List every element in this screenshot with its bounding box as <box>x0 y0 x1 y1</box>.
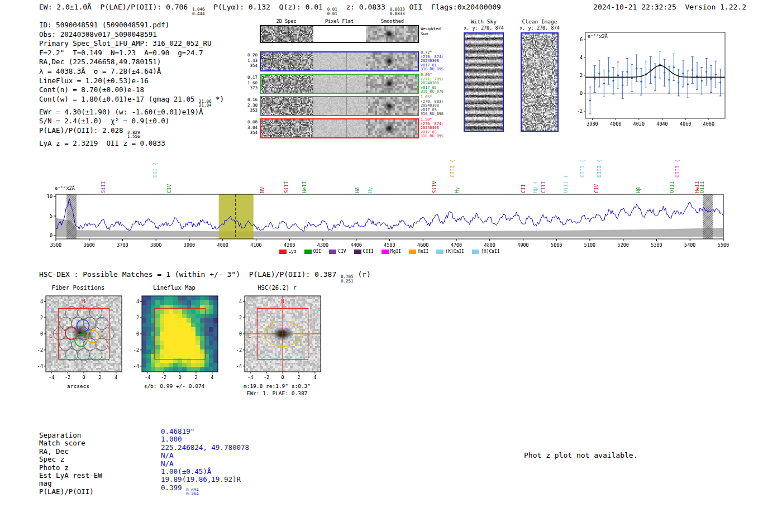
legend-item: MgII <box>382 249 401 254</box>
legend-label: CIV <box>338 249 346 254</box>
spec2d-row-right-info: 1.05"(270, 883)20240308v017_03316_RU_096 <box>421 95 456 117</box>
hsc-cutout-title: HSC(26.2) r <box>229 284 325 291</box>
spec2d-row <box>260 74 419 94</box>
match-label: Spec z <box>39 455 64 463</box>
legend-label: HeII <box>418 249 428 254</box>
spec2d-row-left-stats: 0.171.60373 <box>236 75 258 91</box>
spec2d-row-image <box>261 75 418 93</box>
text-segment: EW: 2.0±1.0Å P(LAE)/P(OII): 0.706 <box>39 3 192 11</box>
legend-label: (K)CaII <box>445 249 464 254</box>
stacked-uncertainty: 21.0621.04 <box>199 99 212 108</box>
lineflux-map-caption: s/b: 0.99 +/- 0.074 <box>126 383 222 389</box>
info-line: S/N = 2.4(±1.0) χ² = 0.9(±0.0) <box>39 117 224 126</box>
match-value: 1.00(±0.45)Å <box>161 467 211 476</box>
legend-swatch <box>436 250 444 254</box>
fiber-positions-cutout <box>30 291 126 382</box>
photz-note: Phot z plot not available. <box>524 451 638 459</box>
legend-swatch <box>329 250 336 254</box>
legend-swatch <box>354 250 361 254</box>
info-line: P(LAE)/P(OII): 2.028 2.8291.556 <box>39 126 224 139</box>
match-value: 0.399 0.6940.264 <box>161 483 199 496</box>
full-spectrum-plot <box>34 182 748 258</box>
hsc-cutout-caption-1: m:19.8 re:1.9" s:0.3" <box>229 383 325 389</box>
weighted-sum-strip <box>260 25 419 43</box>
hscdex-matches-line: HSC-DEX : Possible Matches = 1 (within +… <box>39 270 371 283</box>
spec2d-row-right-info: 0.72"(270, 874)20240308v017_01316_RU_095 <box>421 51 456 72</box>
text-segment: P(Lyα): 0.132 Q(z): 0.01 <box>205 3 327 11</box>
info-line: LineFlux = 1.20(±0.53)e-16 <box>39 76 224 86</box>
with-sky-image-frame <box>464 32 504 132</box>
match-value: N/A <box>161 459 174 468</box>
spec2d-row-image <box>261 97 418 115</box>
info-line: Obs: 20240308v017_5090048591 <box>39 30 224 40</box>
match-label: Photo z <box>39 463 69 472</box>
info-line: Primary Spec_Slot_IFU_AMP: 316_022_052_R… <box>39 39 224 49</box>
info-line: Cont(n) = 8.70(±0.00)e-18 <box>39 85 224 95</box>
legend-label: MgII <box>390 249 401 254</box>
info-line: F=2.2" T=0.149 N=1.23 A=0.90 g=24.7 <box>39 49 224 58</box>
spec2d-row <box>260 51 419 71</box>
spectrum-legend: LyαOIICIVCIIIMgIIHeII(K)CaII(H)CaII <box>56 249 723 254</box>
lineflux-map-title: Lineflux Map <box>126 284 222 291</box>
text-segment: (r) <box>354 270 371 279</box>
spec2d-row-left-stats: 0.162.30353 <box>236 97 258 113</box>
emission-line-label: OII { <box>152 162 158 178</box>
legend-swatch <box>409 250 416 254</box>
spec2d-row-right-info: 1.50"(270, 874)20240308v017_03316_RU_095 <box>421 118 456 139</box>
clean-image-frame <box>521 32 559 132</box>
detection-info-block: ID: 5090048591 (5090048591.pdf)Obs: 2024… <box>39 21 224 148</box>
fiber-positions-xlabel: arcsecs <box>30 383 126 389</box>
legend-item: (H)CaII <box>472 249 500 254</box>
spec2d-row-left-stats: 0.201.43354 <box>236 52 258 69</box>
text-segment: *) <box>212 95 225 103</box>
match-label: P(LAE)/P(OII) <box>39 487 94 496</box>
legend-item: CIII <box>354 249 374 254</box>
emission-line-label: CIII { <box>450 159 455 178</box>
match-value: 0.46819" <box>161 427 194 435</box>
stacked-uncertainty: 0.08330.0833 <box>390 7 405 16</box>
spec2d-row <box>260 96 419 116</box>
clean-image <box>522 33 557 131</box>
info-line: λ = 4038.3Å σ = 7.28(±4.64)Å <box>39 67 224 76</box>
lineflux-map-cutout <box>126 291 222 382</box>
spec2d-col-label-pixelflat: Pixel Flat <box>313 18 366 24</box>
hsc-image-cutout <box>229 291 325 382</box>
info-line: Cont(w) = 1.80(±0.01)e-17 (gmag 21.05 21… <box>39 95 224 108</box>
info-line: LyA z = 2.3219 OII z = 0.0833 <box>39 139 224 148</box>
emission-line-label: OIII { <box>675 159 680 178</box>
header-summary-line: EW: 2.0±1.0Å P(LAE)/P(OII): 0.706 1.0460… <box>39 3 501 16</box>
timestamp-version: 2024-10-21 22:32:25 Version 1.22.2 <box>593 3 746 11</box>
stacked-uncertainty: 0.7050.251 <box>341 275 354 283</box>
with-sky-title: With Sky <box>457 18 511 25</box>
legend-label: CIII <box>363 249 374 254</box>
line-fit-plot <box>578 26 732 129</box>
emission-line-label: OIII { <box>580 159 585 178</box>
legend-swatch <box>279 250 287 254</box>
spec2d-row-image <box>261 52 418 70</box>
text-segment: OII Flags:0x20400009 <box>405 3 501 11</box>
spec2d-col-label-smoothed: Smoothed <box>366 18 419 24</box>
match-label: Separation <box>39 431 81 439</box>
info-line: EWr = 4.30(±1.90) (w: -1.60(±0.01)e19)Å <box>39 108 224 117</box>
weighted-sum-label: Weighted Sum <box>421 27 449 36</box>
elixer-report-page: EW: 2.0±1.0Å P(LAE)/P(OII): 0.706 1.0460… <box>0 0 782 532</box>
spec2d-row-right-info: 0.86"(271, 709)20240308v017_02316_RU_076 <box>421 73 456 94</box>
stacked-uncertainty: 0.6940.264 <box>186 488 199 496</box>
text-segment: Cont(w) = 1.80(±0.01)e-17 (gmag 21.05 <box>39 95 199 103</box>
legend-label: Lyα <box>288 249 296 254</box>
info-line: ID: 5090048591 (5090048591.pdf) <box>39 21 224 30</box>
with-sky-coords: x, y: 270, 874 <box>457 25 511 31</box>
clean-image-title: Clean Image <box>514 18 565 25</box>
legend-label: OII <box>313 249 321 254</box>
text-segment: z: 0.0833 <box>337 3 390 11</box>
spec2d-row-left-stats: 0.083.04354 <box>236 119 258 136</box>
stacked-uncertainty: 2.8291.556 <box>127 131 140 139</box>
legend-item: (K)CaII <box>436 249 464 254</box>
legend-swatch <box>472 250 479 254</box>
spec2d-row-image <box>261 119 418 137</box>
legend-item: CIV <box>329 249 346 254</box>
fiber-positions-title: Fiber Positions <box>30 284 126 291</box>
legend-item: HeII <box>409 249 428 254</box>
with-sky-image <box>465 33 503 131</box>
match-value: 1.000 <box>161 435 182 443</box>
